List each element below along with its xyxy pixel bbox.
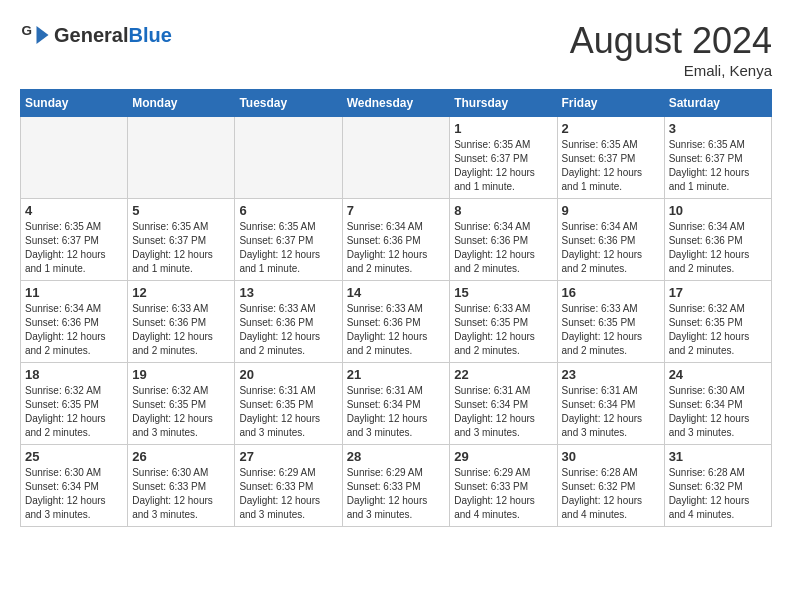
logo-general-text: General [54,24,128,46]
day-info: Sunrise: 6:35 AM Sunset: 6:37 PM Dayligh… [669,138,767,194]
day-number: 22 [454,367,552,382]
day-number: 16 [562,285,660,300]
day-info: Sunrise: 6:35 AM Sunset: 6:37 PM Dayligh… [132,220,230,276]
day-number: 25 [25,449,123,464]
calendar-cell: 21Sunrise: 6:31 AM Sunset: 6:34 PM Dayli… [342,363,450,445]
day-number: 15 [454,285,552,300]
calendar-cell: 7Sunrise: 6:34 AM Sunset: 6:36 PM Daylig… [342,199,450,281]
day-number: 2 [562,121,660,136]
day-info: Sunrise: 6:31 AM Sunset: 6:34 PM Dayligh… [454,384,552,440]
day-number: 12 [132,285,230,300]
calendar-cell: 13Sunrise: 6:33 AM Sunset: 6:36 PM Dayli… [235,281,342,363]
day-number: 14 [347,285,446,300]
calendar-cell: 6Sunrise: 6:35 AM Sunset: 6:37 PM Daylig… [235,199,342,281]
logo-icon: G [20,20,50,50]
day-number: 11 [25,285,123,300]
calendar-cell: 23Sunrise: 6:31 AM Sunset: 6:34 PM Dayli… [557,363,664,445]
day-info: Sunrise: 6:35 AM Sunset: 6:37 PM Dayligh… [454,138,552,194]
calendar-cell: 8Sunrise: 6:34 AM Sunset: 6:36 PM Daylig… [450,199,557,281]
day-number: 24 [669,367,767,382]
calendar-table: SundayMondayTuesdayWednesdayThursdayFrid… [20,89,772,527]
svg-text:G: G [22,23,33,38]
day-info: Sunrise: 6:29 AM Sunset: 6:33 PM Dayligh… [239,466,337,522]
logo-blue-text: Blue [128,24,171,46]
location-text: Emali, Kenya [570,62,772,79]
calendar-cell [128,117,235,199]
calendar-cell [235,117,342,199]
weekday-header-sunday: Sunday [21,90,128,117]
day-number: 29 [454,449,552,464]
calendar-cell: 28Sunrise: 6:29 AM Sunset: 6:33 PM Dayli… [342,445,450,527]
calendar-cell: 27Sunrise: 6:29 AM Sunset: 6:33 PM Dayli… [235,445,342,527]
page-header: G GeneralBlue August 2024 Emali, Kenya [20,20,772,79]
day-info: Sunrise: 6:33 AM Sunset: 6:36 PM Dayligh… [132,302,230,358]
day-info: Sunrise: 6:31 AM Sunset: 6:35 PM Dayligh… [239,384,337,440]
calendar-cell: 4Sunrise: 6:35 AM Sunset: 6:37 PM Daylig… [21,199,128,281]
calendar-cell: 31Sunrise: 6:28 AM Sunset: 6:32 PM Dayli… [664,445,771,527]
day-info: Sunrise: 6:34 AM Sunset: 6:36 PM Dayligh… [562,220,660,276]
day-number: 27 [239,449,337,464]
calendar-cell: 16Sunrise: 6:33 AM Sunset: 6:35 PM Dayli… [557,281,664,363]
calendar-cell: 10Sunrise: 6:34 AM Sunset: 6:36 PM Dayli… [664,199,771,281]
calendar-cell: 25Sunrise: 6:30 AM Sunset: 6:34 PM Dayli… [21,445,128,527]
calendar-week-row: 11Sunrise: 6:34 AM Sunset: 6:36 PM Dayli… [21,281,772,363]
day-number: 23 [562,367,660,382]
calendar-cell: 2Sunrise: 6:35 AM Sunset: 6:37 PM Daylig… [557,117,664,199]
svg-marker-1 [37,26,49,44]
calendar-cell: 20Sunrise: 6:31 AM Sunset: 6:35 PM Dayli… [235,363,342,445]
day-info: Sunrise: 6:33 AM Sunset: 6:35 PM Dayligh… [562,302,660,358]
day-info: Sunrise: 6:30 AM Sunset: 6:34 PM Dayligh… [669,384,767,440]
calendar-week-row: 1Sunrise: 6:35 AM Sunset: 6:37 PM Daylig… [21,117,772,199]
day-info: Sunrise: 6:33 AM Sunset: 6:35 PM Dayligh… [454,302,552,358]
day-info: Sunrise: 6:28 AM Sunset: 6:32 PM Dayligh… [669,466,767,522]
calendar-week-row: 18Sunrise: 6:32 AM Sunset: 6:35 PM Dayli… [21,363,772,445]
day-info: Sunrise: 6:30 AM Sunset: 6:34 PM Dayligh… [25,466,123,522]
calendar-week-row: 4Sunrise: 6:35 AM Sunset: 6:37 PM Daylig… [21,199,772,281]
month-year-title: August 2024 [570,20,772,62]
day-info: Sunrise: 6:32 AM Sunset: 6:35 PM Dayligh… [25,384,123,440]
day-number: 1 [454,121,552,136]
day-info: Sunrise: 6:34 AM Sunset: 6:36 PM Dayligh… [347,220,446,276]
day-number: 13 [239,285,337,300]
calendar-cell: 15Sunrise: 6:33 AM Sunset: 6:35 PM Dayli… [450,281,557,363]
calendar-cell: 29Sunrise: 6:29 AM Sunset: 6:33 PM Dayli… [450,445,557,527]
day-info: Sunrise: 6:31 AM Sunset: 6:34 PM Dayligh… [562,384,660,440]
day-info: Sunrise: 6:34 AM Sunset: 6:36 PM Dayligh… [669,220,767,276]
day-info: Sunrise: 6:32 AM Sunset: 6:35 PM Dayligh… [132,384,230,440]
calendar-cell: 1Sunrise: 6:35 AM Sunset: 6:37 PM Daylig… [450,117,557,199]
day-info: Sunrise: 6:28 AM Sunset: 6:32 PM Dayligh… [562,466,660,522]
title-area: August 2024 Emali, Kenya [570,20,772,79]
weekday-header-thursday: Thursday [450,90,557,117]
day-info: Sunrise: 6:34 AM Sunset: 6:36 PM Dayligh… [454,220,552,276]
day-info: Sunrise: 6:32 AM Sunset: 6:35 PM Dayligh… [669,302,767,358]
day-number: 26 [132,449,230,464]
calendar-header-row: SundayMondayTuesdayWednesdayThursdayFrid… [21,90,772,117]
calendar-cell: 22Sunrise: 6:31 AM Sunset: 6:34 PM Dayli… [450,363,557,445]
calendar-cell: 24Sunrise: 6:30 AM Sunset: 6:34 PM Dayli… [664,363,771,445]
day-info: Sunrise: 6:29 AM Sunset: 6:33 PM Dayligh… [347,466,446,522]
calendar-cell: 12Sunrise: 6:33 AM Sunset: 6:36 PM Dayli… [128,281,235,363]
calendar-cell: 5Sunrise: 6:35 AM Sunset: 6:37 PM Daylig… [128,199,235,281]
calendar-cell: 30Sunrise: 6:28 AM Sunset: 6:32 PM Dayli… [557,445,664,527]
day-info: Sunrise: 6:33 AM Sunset: 6:36 PM Dayligh… [347,302,446,358]
day-number: 4 [25,203,123,218]
weekday-header-monday: Monday [128,90,235,117]
day-number: 18 [25,367,123,382]
day-number: 3 [669,121,767,136]
day-number: 6 [239,203,337,218]
day-number: 20 [239,367,337,382]
calendar-cell: 14Sunrise: 6:33 AM Sunset: 6:36 PM Dayli… [342,281,450,363]
day-info: Sunrise: 6:33 AM Sunset: 6:36 PM Dayligh… [239,302,337,358]
calendar-cell [21,117,128,199]
day-number: 7 [347,203,446,218]
day-number: 10 [669,203,767,218]
calendar-cell [342,117,450,199]
logo: G GeneralBlue [20,20,172,50]
day-number: 31 [669,449,767,464]
calendar-cell: 19Sunrise: 6:32 AM Sunset: 6:35 PM Dayli… [128,363,235,445]
calendar-week-row: 25Sunrise: 6:30 AM Sunset: 6:34 PM Dayli… [21,445,772,527]
day-number: 5 [132,203,230,218]
day-info: Sunrise: 6:34 AM Sunset: 6:36 PM Dayligh… [25,302,123,358]
weekday-header-friday: Friday [557,90,664,117]
day-number: 21 [347,367,446,382]
